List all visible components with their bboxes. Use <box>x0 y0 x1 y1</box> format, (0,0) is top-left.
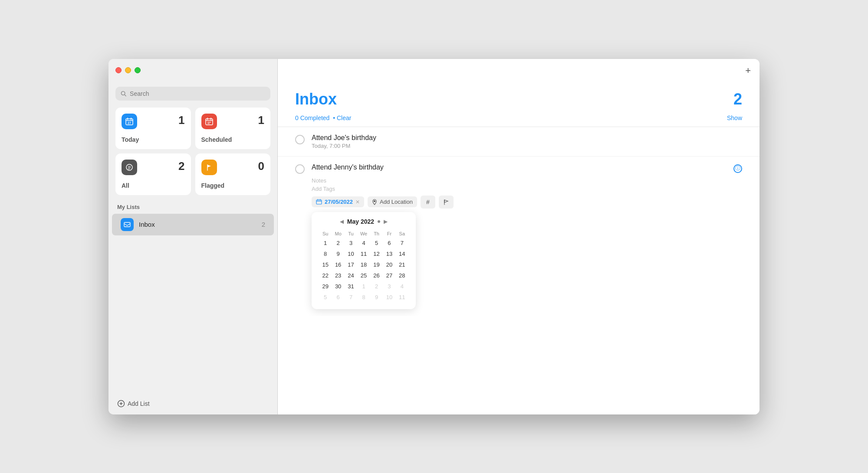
calendar-day-16-15[interactable]: 16 <box>332 260 344 270</box>
calendar-day-22-21[interactable]: 22 <box>319 271 331 281</box>
cal-day-th: Th <box>371 230 382 237</box>
sidebar-item-inbox[interactable]: Inbox 2 <box>112 214 274 235</box>
calendar-day-24-23[interactable]: 24 <box>345 271 357 281</box>
flagged-label: Flagged <box>201 182 265 189</box>
sidebar: 27 1 Today <box>108 59 278 414</box>
calendar-day-21-20[interactable]: 21 <box>396 260 408 270</box>
calendar-day-17-16[interactable]: 17 <box>345 260 357 270</box>
main-content: + Inbox 2 0 Completed • Clear Show Atten… <box>278 59 760 414</box>
cal-next-button[interactable]: ▶ <box>384 219 388 225</box>
calendar-day-3-2[interactable]: 3 <box>345 238 357 248</box>
today-label: Today <box>122 136 185 143</box>
task-2-date: 27/05/2022 <box>325 199 353 205</box>
smart-list-flagged[interactable]: 0 Flagged <box>195 153 271 195</box>
add-list-label: Add List <box>128 400 150 407</box>
add-list-area[interactable]: Add List <box>108 393 277 414</box>
calendar-day-6-5[interactable]: 6 <box>383 238 395 248</box>
calendar-day-8-7[interactable]: 8 <box>319 249 331 259</box>
calendar-day-6-36[interactable]: 6 <box>332 292 344 302</box>
search-input[interactable] <box>130 90 265 97</box>
calendar-day-9-8[interactable]: 9 <box>332 249 344 259</box>
flagged-icon <box>201 160 217 175</box>
calendar-day-19-18[interactable]: 19 <box>371 260 382 270</box>
card-top-flagged: 0 <box>201 160 265 175</box>
my-lists-header: My Lists <box>108 204 277 210</box>
calendar-day-7-6[interactable]: 7 <box>396 238 408 248</box>
task-2-actions: 27/05/2022 ✕ Add Location # <box>312 196 742 209</box>
card-top-today: 27 1 <box>122 114 185 129</box>
calendar-day-14-13[interactable]: 14 <box>396 249 408 259</box>
location-icon <box>372 199 377 205</box>
task-2-info-button[interactable]: ⓘ <box>733 164 742 173</box>
calendar-month-label: May 2022 <box>347 218 374 225</box>
calendar-day-11-41[interactable]: 11 <box>396 292 408 302</box>
inbox-list-name: Inbox <box>139 221 262 228</box>
calendar-day-23-22[interactable]: 23 <box>332 271 344 281</box>
task-item-1: Attend Joe's birthday Today, 7:00 PM <box>278 127 760 157</box>
add-tag-button[interactable]: # <box>421 196 435 209</box>
task-1-checkbox[interactable] <box>295 135 305 144</box>
task-2-checkbox[interactable] <box>295 164 305 174</box>
calendar-day-4-34[interactable]: 4 <box>396 281 408 291</box>
calendar-day-18-17[interactable]: 18 <box>358 260 370 270</box>
calendar-day-2-1[interactable]: 2 <box>332 238 344 248</box>
calendar-today-dot <box>378 220 380 223</box>
inbox-list-count: 2 <box>262 221 265 228</box>
svg-point-26 <box>374 200 375 202</box>
close-button[interactable] <box>115 67 122 73</box>
calendar-icon <box>316 199 322 205</box>
calendar-day-5-35[interactable]: 5 <box>319 292 331 302</box>
calendar-day-7-37[interactable]: 7 <box>345 292 357 302</box>
svg-rect-22 <box>316 200 322 204</box>
calendar-day-20-19[interactable]: 20 <box>383 260 395 270</box>
calendar-day-25-24[interactable]: 25 <box>358 271 370 281</box>
svg-text:27: 27 <box>128 121 131 124</box>
calendar-day-2-32[interactable]: 2 <box>371 281 382 291</box>
minimize-button[interactable] <box>125 67 131 73</box>
calendar-day-27-26[interactable]: 27 <box>383 271 395 281</box>
task-2-notes[interactable]: Notes <box>312 177 742 184</box>
calendar-day-26-25[interactable]: 26 <box>371 271 382 281</box>
calendar-day-29-28[interactable]: 29 <box>319 281 331 291</box>
scheduled-count: 1 <box>258 114 264 127</box>
calendar-day-10-9[interactable]: 10 <box>345 249 357 259</box>
calendar-day-9-39[interactable]: 9 <box>371 292 382 302</box>
calendar-day-30-29[interactable]: 30 <box>332 281 344 291</box>
calendar-header: ◀ May 2022 ▶ <box>319 218 409 225</box>
calendar-day-28-27[interactable]: 28 <box>396 271 408 281</box>
show-button[interactable]: Show <box>727 114 742 121</box>
calendar-day-12-11[interactable]: 12 <box>371 249 382 259</box>
maximize-button[interactable] <box>135 67 141 73</box>
search-bar[interactable] <box>115 87 270 101</box>
all-label: All <box>122 182 185 189</box>
calendar-day-11-10[interactable]: 11 <box>358 249 370 259</box>
calendar-day-31-30[interactable]: 31 <box>345 281 357 291</box>
calendar-day-15-14[interactable]: 15 <box>319 260 331 270</box>
add-location-button[interactable]: Add Location <box>368 196 417 207</box>
title-bar <box>108 59 760 82</box>
calendar-day-13-12[interactable]: 13 <box>383 249 395 259</box>
add-flag-button[interactable] <box>439 196 454 209</box>
calendar-day-4-3[interactable]: 4 <box>358 238 370 248</box>
calendar-day-5-4[interactable]: 5 <box>371 238 382 248</box>
today-icon: 27 <box>122 114 137 129</box>
task-2-content: Attend Jenny's birthday <box>312 163 733 172</box>
task-2-add-tags[interactable]: Add Tags <box>312 186 742 192</box>
calendar-day-1-0[interactable]: 1 <box>319 238 331 248</box>
clear-button[interactable]: Clear <box>337 114 351 121</box>
smart-list-scheduled[interactable]: 1 Scheduled <box>195 108 271 149</box>
task-item-2: Attend Jenny's birthday ⓘ Notes Add Tags <box>278 157 760 316</box>
date-badge[interactable]: 27/05/2022 ✕ <box>312 196 364 207</box>
add-location-label: Add Location <box>380 199 413 205</box>
smart-list-today[interactable]: 27 1 Today <box>115 108 191 149</box>
date-clear-button[interactable]: ✕ <box>355 199 360 205</box>
calendar-day-10-40[interactable]: 10 <box>383 292 395 302</box>
cal-day-tu: Tu <box>345 230 357 237</box>
calendar-day-3-33[interactable]: 3 <box>383 281 395 291</box>
calendar-day-8-38[interactable]: 8 <box>358 292 370 302</box>
smart-lists: 27 1 Today <box>108 108 277 195</box>
scheduled-label: Scheduled <box>201 136 265 143</box>
calendar-day-1-31[interactable]: 1 <box>358 281 370 291</box>
cal-prev-button[interactable]: ◀ <box>340 219 344 225</box>
smart-list-all[interactable]: 2 All <box>115 153 191 195</box>
